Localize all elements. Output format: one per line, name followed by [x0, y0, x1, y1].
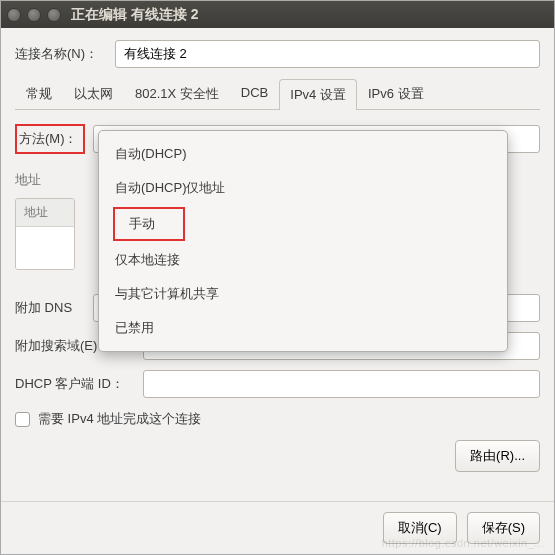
window-title: 正在编辑 有线连接 2: [71, 6, 199, 24]
menu-item-auto-dhcp-addr[interactable]: 自动(DHCP)仅地址: [99, 171, 507, 205]
window: 正在编辑 有线连接 2 连接名称(N)： 常规 以太网 802.1X 安全性 D…: [0, 0, 555, 555]
menu-item-shared[interactable]: 与其它计算机共享: [99, 277, 507, 311]
require-ipv4-row: 需要 IPv4 地址完成这个连接: [15, 410, 540, 428]
tab-8021x[interactable]: 802.1X 安全性: [124, 78, 230, 109]
dhcp-client-label: DHCP 客户端 ID：: [15, 375, 143, 393]
window-controls: [7, 8, 61, 22]
require-ipv4-checkbox[interactable]: [15, 412, 30, 427]
menu-item-auto-dhcp[interactable]: 自动(DHCP): [99, 137, 507, 171]
tab-ipv4[interactable]: IPv4 设置: [279, 79, 357, 110]
tab-ethernet[interactable]: 以太网: [63, 78, 124, 109]
address-table: 地址: [15, 198, 75, 270]
connection-name-input[interactable]: [115, 40, 540, 68]
minimize-icon[interactable]: [27, 8, 41, 22]
connection-name-row: 连接名称(N)：: [15, 40, 540, 68]
method-dropdown-menu: 自动(DHCP) 自动(DHCP)仅地址 手动 仅本地连接 与其它计算机共享 已…: [98, 130, 508, 352]
connection-name-label: 连接名称(N)：: [15, 45, 115, 63]
titlebar: 正在编辑 有线连接 2: [1, 1, 554, 28]
footer: 取消(C) 保存(S): [1, 501, 554, 554]
dns-label: 附加 DNS: [15, 299, 93, 317]
tab-dcb[interactable]: DCB: [230, 78, 279, 109]
routes-button[interactable]: 路由(R)...: [455, 440, 540, 472]
address-table-body[interactable]: [16, 227, 74, 269]
save-button[interactable]: 保存(S): [467, 512, 540, 544]
dhcp-client-input[interactable]: [143, 370, 540, 398]
close-icon[interactable]: [7, 8, 21, 22]
menu-item-manual[interactable]: 手动: [113, 207, 185, 241]
require-ipv4-label: 需要 IPv4 地址完成这个连接: [38, 410, 201, 428]
tabs: 常规 以太网 802.1X 安全性 DCB IPv4 设置 IPv6 设置: [15, 78, 540, 110]
dhcp-client-row: DHCP 客户端 ID：: [15, 370, 540, 398]
menu-item-disabled[interactable]: 已禁用: [99, 311, 507, 345]
address-column-header: 地址: [16, 199, 74, 227]
routes-row: 路由(R)...: [15, 440, 540, 472]
method-label: 方法(M)：: [15, 124, 85, 154]
maximize-icon[interactable]: [47, 8, 61, 22]
menu-item-link-local[interactable]: 仅本地连接: [99, 243, 507, 277]
cancel-button[interactable]: 取消(C): [383, 512, 457, 544]
tab-ipv6[interactable]: IPv6 设置: [357, 78, 435, 109]
tab-general[interactable]: 常规: [15, 78, 63, 109]
